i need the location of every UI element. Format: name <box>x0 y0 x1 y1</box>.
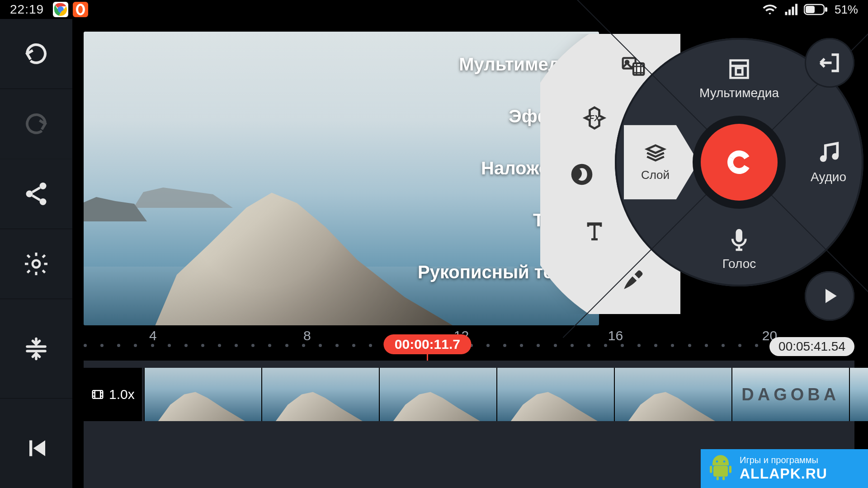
timeline-clip[interactable]: DAGOBA <box>731 368 849 421</box>
svg-rect-21 <box>713 466 728 477</box>
svg-rect-17 <box>736 229 743 242</box>
signal-icon <box>784 3 797 16</box>
timeline-clip[interactable] <box>261 368 379 421</box>
video-preview[interactable]: Мультимедиа Эффект Наложение Текст Рукоп… <box>84 32 599 325</box>
play-button[interactable] <box>805 271 854 321</box>
record-button[interactable] <box>701 124 778 201</box>
svg-point-16 <box>832 153 839 160</box>
settings-button[interactable] <box>0 229 72 299</box>
timeline-ruler[interactable]: 4 8 12 16 20 00:00:11.7 00:05:41.54 <box>84 334 854 357</box>
watermark-banner[interactable]: Игры и программы ALLAPK.RU <box>701 449 868 488</box>
watermark-site: ALLAPK.RU <box>740 465 827 482</box>
speed-value: 1.0x <box>109 387 135 402</box>
redo-button[interactable] <box>0 89 72 159</box>
wheel-media-label: Мультимедиа <box>699 86 779 100</box>
timeline-clip[interactable] <box>379 368 496 421</box>
layer-effect-button[interactable]: FX <box>578 102 611 134</box>
svg-point-6 <box>26 191 33 197</box>
wheel-media-button[interactable]: Мультимедиа <box>699 56 779 100</box>
ruler-tick: 4 <box>149 328 157 343</box>
wheel-layer-label: Слой <box>641 168 670 182</box>
svg-point-7 <box>40 198 47 205</box>
timeline-clip[interactable] <box>144 368 261 421</box>
wheel-layer-button[interactable]: Слой <box>627 125 698 200</box>
svg-point-5 <box>40 183 47 189</box>
wheel-voice-button[interactable]: Голос <box>722 227 756 271</box>
wheel-audio-label: Аудио <box>811 170 846 184</box>
ruler-tick: 8 <box>303 328 311 343</box>
android-icon <box>706 454 735 483</box>
svg-rect-24 <box>717 477 719 480</box>
timeline-clip[interactable] <box>614 368 731 421</box>
expand-tracks-button[interactable] <box>0 299 72 399</box>
jump-to-start-button[interactable] <box>0 399 72 488</box>
svg-rect-14 <box>736 68 743 75</box>
exit-button[interactable] <box>805 38 854 88</box>
clip-speed-indicator[interactable]: 1.0x <box>84 368 144 421</box>
svg-point-15 <box>820 155 826 162</box>
svg-rect-4 <box>825 7 827 12</box>
share-button[interactable] <box>0 159 72 229</box>
playhead[interactable]: 00:00:11.7 <box>384 334 471 354</box>
layer-text-button[interactable] <box>578 215 611 247</box>
svg-rect-3 <box>806 6 815 13</box>
battery-icon <box>804 3 828 16</box>
svg-point-19 <box>716 460 718 463</box>
status-time: 22:19 <box>10 2 44 17</box>
left-toolbar <box>0 19 72 488</box>
chrome-icon <box>53 2 68 17</box>
undo-button[interactable] <box>0 19 72 89</box>
timeline-clip[interactable] <box>849 368 868 421</box>
aliexpress-icon <box>73 2 88 17</box>
status-bar: 22:19 51% <box>0 0 868 19</box>
playhead-time: 00:00:11.7 <box>384 334 471 354</box>
svg-text:FX: FX <box>589 113 600 123</box>
wheel-audio-button[interactable]: Аудио <box>811 140 846 184</box>
layer-overlay-button[interactable] <box>566 158 598 191</box>
svg-rect-22 <box>710 466 712 473</box>
timeline-clip[interactable] <box>496 368 614 421</box>
svg-rect-23 <box>729 466 731 473</box>
watermark-tagline: Игры и программы <box>740 455 827 465</box>
svg-point-20 <box>723 460 726 463</box>
ruler-tick: 16 <box>608 328 623 343</box>
video-track[interactable]: 1.0x DAGOBA <box>84 368 854 421</box>
wheel-voice-label: Голос <box>722 257 756 271</box>
wifi-icon <box>762 2 778 17</box>
battery-percent: 51% <box>835 3 858 17</box>
svg-rect-18 <box>93 390 103 399</box>
svg-rect-25 <box>722 477 725 480</box>
total-duration: 00:05:41.54 <box>769 337 854 356</box>
status-app-icons <box>53 2 88 17</box>
svg-point-8 <box>33 260 40 267</box>
